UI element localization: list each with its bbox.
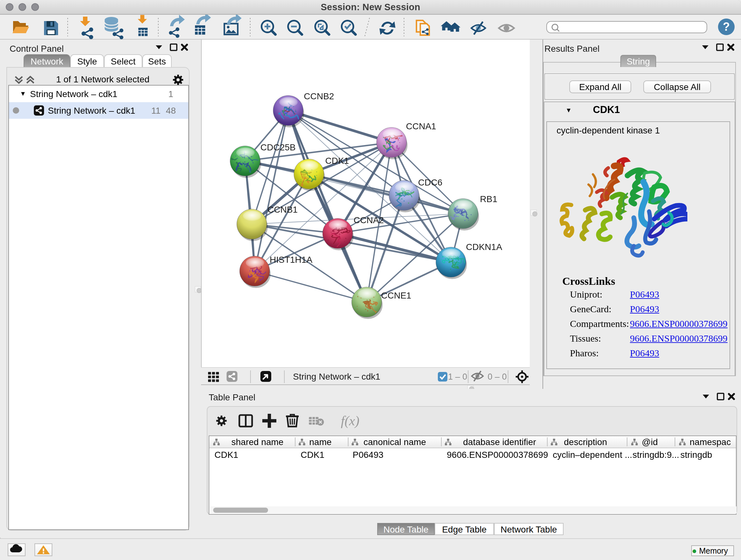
svg-text:CCNA1: CCNA1 [406, 121, 436, 131]
svg-text:1 – 0: 1 – 0 [448, 372, 467, 381]
svg-text:HIST1H1A: HIST1H1A [270, 255, 313, 265]
svg-text:CDC6: CDC6 [418, 178, 442, 187]
svg-text:0 – 0: 0 – 0 [488, 372, 507, 381]
svg-text:RB1: RB1 [480, 194, 497, 204]
svg-text:CCNB1: CCNB1 [267, 205, 298, 214]
svg-text:CCNB2: CCNB2 [304, 91, 334, 101]
svg-text:String Network – cdk1: String Network – cdk1 [293, 372, 381, 381]
svg-text:CCNE1: CCNE1 [381, 291, 411, 300]
svg-text:CDKN1A: CDKN1A [466, 242, 502, 252]
svg-text:CDC25B: CDC25B [260, 142, 295, 152]
svg-text:f(x): f(x) [341, 414, 359, 428]
svg-text:CDK1: CDK1 [325, 156, 349, 166]
svg-text:CCNA2: CCNA2 [354, 215, 384, 225]
